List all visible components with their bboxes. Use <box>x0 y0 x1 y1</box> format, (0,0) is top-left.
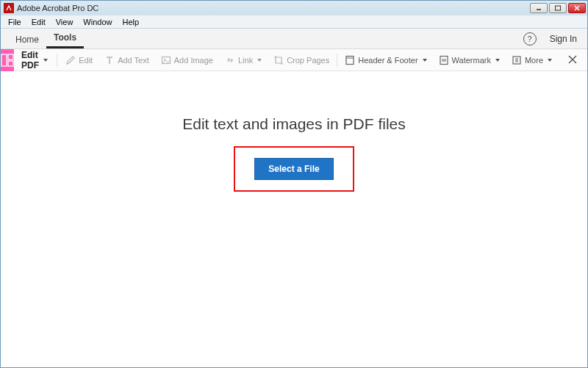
menu-help[interactable]: Help <box>118 17 143 27</box>
link-icon <box>225 55 235 65</box>
close-button[interactable] <box>568 3 586 13</box>
app-window: Adobe Acrobat Pro DC File Edit View Wind… <box>0 0 588 368</box>
page-header-icon <box>345 55 355 65</box>
tabbar: Home Tools ? Sign In <box>1 29 587 49</box>
chevron-down-icon <box>495 59 500 62</box>
chevron-down-icon <box>43 59 48 62</box>
tool-link[interactable]: Link <box>219 55 268 65</box>
tool-more[interactable]: More <box>506 55 558 65</box>
svg-rect-6 <box>8 54 13 59</box>
select-file-button[interactable]: Select a File <box>254 158 333 180</box>
menubar: File Edit View Window Help <box>1 15 587 29</box>
svg-rect-2 <box>556 6 561 10</box>
tool-watermark[interactable]: Watermark <box>433 55 506 65</box>
tool-edit-label: Edit <box>79 56 93 65</box>
tool-more-label: More <box>525 56 543 65</box>
close-icon <box>568 55 577 64</box>
page-watermark-icon <box>439 55 449 65</box>
menu-window[interactable]: Window <box>79 17 116 27</box>
tool-link-label: Link <box>238 56 253 65</box>
menu-edit[interactable]: Edit <box>27 17 50 27</box>
menu-view[interactable]: View <box>51 17 78 27</box>
tool-watermark-label: Watermark <box>452 56 491 65</box>
edit-pdf-badge-icon <box>1 49 14 71</box>
tool-crop-label: Crop Pages <box>287 56 329 65</box>
tool-add-image-label: Add Image <box>174 56 213 65</box>
edit-pdf-toolbar: Edit PDF Edit Add Text Add Image Link Cr… <box>1 49 587 71</box>
tab-tools[interactable]: Tools <box>46 28 84 48</box>
chevron-down-icon <box>548 59 552 62</box>
svg-rect-7 <box>8 61 13 66</box>
more-icon <box>512 55 522 65</box>
highlight-annotation: Select a File <box>234 146 354 192</box>
acrobat-icon <box>4 3 14 13</box>
crop-icon <box>273 55 284 65</box>
tool-header-footer[interactable]: Header & Footer <box>339 55 432 65</box>
window-controls <box>530 3 586 13</box>
feature-dropdown[interactable]: Edit PDF <box>14 50 55 71</box>
help-icon[interactable]: ? <box>523 32 537 46</box>
text-icon <box>104 55 115 65</box>
tool-header-footer-label: Header & Footer <box>358 56 417 65</box>
menu-file[interactable]: File <box>4 17 26 27</box>
sign-in-link[interactable]: Sign In <box>547 34 580 44</box>
svg-rect-12 <box>440 56 448 64</box>
window-title: Adobe Acrobat Pro DC <box>17 4 530 12</box>
edit-icon <box>65 55 76 65</box>
maximize-button[interactable] <box>549 3 567 13</box>
tool-add-text[interactable]: Add Text <box>98 55 155 65</box>
feature-label: Edit PDF <box>21 50 39 71</box>
image-icon <box>161 55 171 65</box>
tool-add-text-label: Add Text <box>118 56 149 65</box>
svg-rect-5 <box>1 54 7 66</box>
chevron-down-icon <box>423 59 427 62</box>
minimize-button[interactable] <box>530 3 548 13</box>
tool-crop-pages[interactable]: Crop Pages <box>268 55 335 65</box>
content-area: Edit text and images in PDF files Select… <box>1 71 587 367</box>
tab-home[interactable]: Home <box>8 30 46 48</box>
page-headline: Edit text and images in PDF files <box>182 115 405 133</box>
tool-add-image[interactable]: Add Image <box>155 55 219 65</box>
chevron-down-icon <box>257 59 262 62</box>
titlebar: Adobe Acrobat Pro DC <box>1 1 587 15</box>
tool-edit[interactable]: Edit <box>60 55 98 65</box>
close-toolbar-button[interactable] <box>558 54 587 67</box>
svg-rect-10 <box>346 56 354 64</box>
